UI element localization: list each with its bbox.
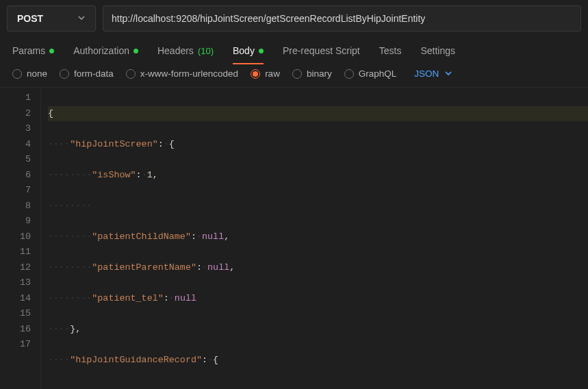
body-type-raw-label: raw <box>265 68 280 79</box>
raw-language-value: JSON <box>414 68 439 79</box>
line-number: 13 <box>4 275 31 291</box>
tab-tests[interactable]: Tests <box>379 45 402 56</box>
chevron-down-icon <box>77 13 86 24</box>
code-content[interactable]: { ····"hipJointScreen":·{ ········"isSho… <box>41 88 588 389</box>
raw-language-selector[interactable]: JSON <box>414 68 452 79</box>
line-number: 16 <box>4 322 31 338</box>
line-number: 4 <box>4 137 31 153</box>
body-type-formdata-label: form-data <box>74 68 114 79</box>
request-url-input[interactable] <box>103 5 581 32</box>
json-body-editor[interactable]: 1 2 3 4 5 6 7 8 9 10 11 12 13 14 15 16 1… <box>0 88 588 389</box>
radio-icon <box>126 69 136 79</box>
tab-prerequest-script[interactable]: Pre-request Script <box>283 45 360 56</box>
radio-icon <box>60 69 69 79</box>
line-number: 14 <box>4 291 31 307</box>
radio-icon <box>251 69 260 79</box>
body-type-xwww-label: x-www-form-urlencoded <box>140 68 238 79</box>
radio-icon <box>344 69 354 79</box>
tab-params[interactable]: Params <box>12 45 54 56</box>
status-dot-icon <box>49 49 54 53</box>
body-type-binary[interactable]: binary <box>292 68 332 79</box>
line-number: 2 <box>4 106 31 122</box>
tab-authorization-label: Authorization <box>73 45 129 56</box>
body-type-formdata[interactable]: form-data <box>60 68 114 79</box>
body-type-raw[interactable]: raw <box>251 68 280 79</box>
line-number: 10 <box>4 229 31 245</box>
body-type-binary-label: binary <box>307 68 332 79</box>
radio-icon <box>292 69 302 79</box>
tab-settings-label: Settings <box>420 45 455 56</box>
line-number: 15 <box>4 306 31 322</box>
tab-headers[interactable]: Headers (10) <box>157 45 214 56</box>
body-type-graphql-label: GraphQL <box>359 68 397 79</box>
body-type-graphql[interactable]: GraphQL <box>344 68 397 79</box>
line-number: 12 <box>4 260 31 276</box>
tab-settings[interactable]: Settings <box>420 45 455 56</box>
line-number: 3 <box>4 121 31 137</box>
tab-prerequest-label: Pre-request Script <box>283 45 360 56</box>
headers-count: (10) <box>198 46 214 56</box>
status-dot-icon <box>259 49 264 53</box>
line-number: 11 <box>4 244 31 260</box>
tab-body[interactable]: Body <box>233 45 264 56</box>
tab-tests-label: Tests <box>379 45 402 56</box>
radio-icon <box>12 69 22 79</box>
body-type-options: none form-data x-www-form-urlencoded raw… <box>0 66 588 88</box>
line-number: 1 <box>4 90 31 106</box>
line-number: 8 <box>4 199 31 214</box>
tab-headers-label: Headers <box>157 45 194 56</box>
line-number: 5 <box>4 152 31 168</box>
line-number-gutter: 1 2 3 4 5 6 7 8 9 10 11 12 13 14 15 16 1… <box>0 88 41 389</box>
status-dot-icon <box>133 49 138 53</box>
body-type-none[interactable]: none <box>12 68 47 79</box>
line-number: 7 <box>4 183 31 199</box>
line-number: 9 <box>4 214 31 229</box>
request-bar: POST <box>0 0 588 38</box>
line-number: 6 <box>4 168 31 184</box>
http-method-selector[interactable]: POST <box>7 5 96 32</box>
tab-body-label: Body <box>233 45 255 56</box>
http-method-value: POST <box>17 13 43 24</box>
tab-params-label: Params <box>12 45 45 56</box>
chevron-down-icon <box>444 69 452 79</box>
tab-authorization[interactable]: Authorization <box>73 45 138 56</box>
body-type-xwww[interactable]: x-www-form-urlencoded <box>126 68 238 79</box>
request-tabs: Params Authorization Headers (10) Body P… <box>0 38 588 66</box>
line-number: 17 <box>4 337 31 353</box>
body-type-none-label: none <box>27 68 47 79</box>
